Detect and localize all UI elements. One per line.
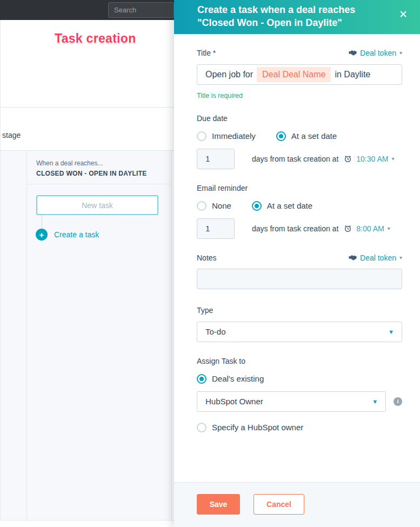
email-reminder-section: Email reminder None At a set date days f… xyxy=(197,184,402,239)
assign-section: Assign Task to Deal's existing HubSpot O… xyxy=(197,357,402,432)
stage-column-header: When a deal reaches... CLOSED WON - OPEN… xyxy=(27,151,171,184)
notes-deal-token-button[interactable]: Deal token ▾ xyxy=(349,254,402,262)
radio-unselected-icon[interactable] xyxy=(197,201,206,211)
chevron-down-icon: ▾ xyxy=(388,225,390,231)
due-date-options: Immediately At a set date xyxy=(197,131,402,141)
assign-option-specify-label: Specify a HubSpot owner xyxy=(212,423,303,432)
title-label: Title * xyxy=(197,49,216,57)
owner-select[interactable]: HubSpot Owner ▼ xyxy=(197,391,386,412)
notes-section: Notes Deal token ▾ xyxy=(197,254,402,291)
assign-option-existing[interactable]: Deal's existing xyxy=(197,374,264,384)
assign-option-specify[interactable]: Specify a HubSpot owner xyxy=(197,423,303,432)
panel-title-line1: Create a task when a deal reaches xyxy=(197,4,393,17)
radio-selected-icon[interactable] xyxy=(252,201,262,211)
alarm-clock-icon xyxy=(344,155,352,163)
assign-label: Assign Task to xyxy=(197,357,402,365)
due-date-time-link[interactable]: 10:30 AM xyxy=(356,155,388,163)
stage-column-title: CLOSED WON - OPEN IN DAYLITE xyxy=(36,170,166,177)
email-reminder-days-input[interactable] xyxy=(197,218,235,239)
notes-field-header: Notes Deal token ▾ xyxy=(197,254,402,262)
email-reminder-days-text: days from task creation at xyxy=(252,224,338,233)
canvas-stage-column: When a deal reaches... CLOSED WON - OPEN… xyxy=(27,151,172,520)
radio-unselected-icon[interactable] xyxy=(197,131,206,141)
cancel-button[interactable]: Cancel xyxy=(254,494,304,515)
assign-option-existing-row: Deal's existing xyxy=(197,374,402,384)
workflow-canvas: When a deal reaches... CLOSED WON - OPEN… xyxy=(1,150,179,521)
radio-unselected-icon[interactable] xyxy=(197,423,206,432)
notes-textarea[interactable] xyxy=(197,269,402,289)
chevron-down-icon: ▾ xyxy=(399,50,402,56)
due-date-days-input[interactable] xyxy=(197,149,235,169)
title-deal-token-label: Deal token xyxy=(360,49,396,57)
email-reminder-option-none-label: None xyxy=(212,201,231,210)
email-reminder-option-set-date-label: At a set date xyxy=(267,201,312,210)
radio-selected-icon[interactable] xyxy=(276,131,286,141)
assign-option-specify-row: Specify a HubSpot owner xyxy=(197,423,402,432)
select-caret-icon: ▼ xyxy=(372,398,378,405)
due-date-option-set-date[interactable]: At a set date xyxy=(276,131,337,141)
create-task-row[interactable]: + Create a task xyxy=(36,229,171,241)
stage-column-subtitle: When a deal reaches... xyxy=(36,159,166,167)
screen: Task creation stage When a deal reaches.… xyxy=(0,0,420,527)
email-reminder-label: Email reminder xyxy=(197,184,402,192)
notes-deal-token-label: Deal token xyxy=(360,254,396,262)
create-task-link[interactable]: Create a task xyxy=(54,230,99,239)
title-value-suffix: in Daylite xyxy=(335,70,370,79)
deal-name-token-chip[interactable]: Deal Deal Name xyxy=(257,67,331,82)
search-input[interactable] xyxy=(108,2,174,18)
owner-select-row: HubSpot Owner ▼ i xyxy=(197,391,402,412)
title-value-prefix: Open job for xyxy=(205,70,253,79)
panel-body: Title * Deal token ▾ Open job for Deal xyxy=(174,34,420,482)
create-task-panel: Create a task when a deal reaches "Close… xyxy=(174,0,420,527)
due-date-section: Due date Immediately At a set date days … xyxy=(197,114,402,169)
save-button[interactable]: Save xyxy=(197,494,240,515)
handshake-icon xyxy=(349,50,357,56)
owner-select-value: HubSpot Owner xyxy=(205,397,263,406)
type-select[interactable]: To-do ▼ xyxy=(197,322,402,342)
type-section: Type To-do ▼ xyxy=(197,306,402,342)
plus-icon[interactable]: + xyxy=(36,229,48,241)
type-select-value: To-do xyxy=(205,327,226,336)
email-reminder-option-none[interactable]: None xyxy=(197,201,231,211)
email-reminder-days-row: days from task creation at 8:00 AM ▾ xyxy=(197,218,402,239)
notes-label: Notes xyxy=(197,254,217,262)
divider xyxy=(1,107,179,108)
new-task-card[interactable]: New task xyxy=(36,195,158,215)
handshake-icon xyxy=(349,255,357,261)
due-date-option-immediately[interactable]: Immediately xyxy=(197,131,256,141)
title-field-header: Title * Deal token ▾ xyxy=(197,49,402,57)
due-date-days-row: days from task creation at 10:30 AM ▾ xyxy=(197,149,402,169)
due-date-label: Due date xyxy=(197,114,402,123)
type-label: Type xyxy=(197,306,402,315)
due-date-option-set-date-label: At a set date xyxy=(291,131,337,141)
due-date-days-text: days from task creation at xyxy=(252,155,338,163)
stage-label: stage xyxy=(2,131,21,139)
title-input[interactable]: Open job for Deal Deal Name in Daylite xyxy=(197,64,402,85)
new-task-label: New task xyxy=(82,201,113,210)
panel-header: Create a task when a deal reaches "Close… xyxy=(174,0,420,34)
alarm-clock-icon xyxy=(344,224,352,232)
panel-title-line2: "Closed Won - Open in Daylite" xyxy=(197,17,393,30)
email-reminder-options: None At a set date xyxy=(197,201,402,211)
title-deal-token-button[interactable]: Deal token ▾ xyxy=(349,49,402,57)
due-date-option-immediately-label: Immediately xyxy=(212,131,256,141)
connector-line xyxy=(42,215,42,229)
chevron-down-icon: ▾ xyxy=(399,255,402,261)
chevron-down-icon: ▾ xyxy=(391,156,394,162)
select-caret-icon: ▼ xyxy=(388,329,394,335)
page-title: Task creation xyxy=(55,31,136,46)
panel-footer: Save Cancel xyxy=(174,482,420,527)
email-reminder-time-link[interactable]: 8:00 AM xyxy=(356,224,384,233)
assign-option-existing-label: Deal's existing xyxy=(212,374,264,383)
close-icon[interactable]: ✕ xyxy=(396,8,410,22)
email-reminder-option-set-date[interactable]: At a set date xyxy=(252,201,312,211)
radio-selected-icon[interactable] xyxy=(197,374,206,384)
info-icon[interactable]: i xyxy=(394,397,402,406)
title-required-message: Title is required xyxy=(197,92,402,99)
panel-title: Create a task when a deal reaches "Close… xyxy=(197,4,393,30)
canvas-gutter-column xyxy=(1,151,27,520)
